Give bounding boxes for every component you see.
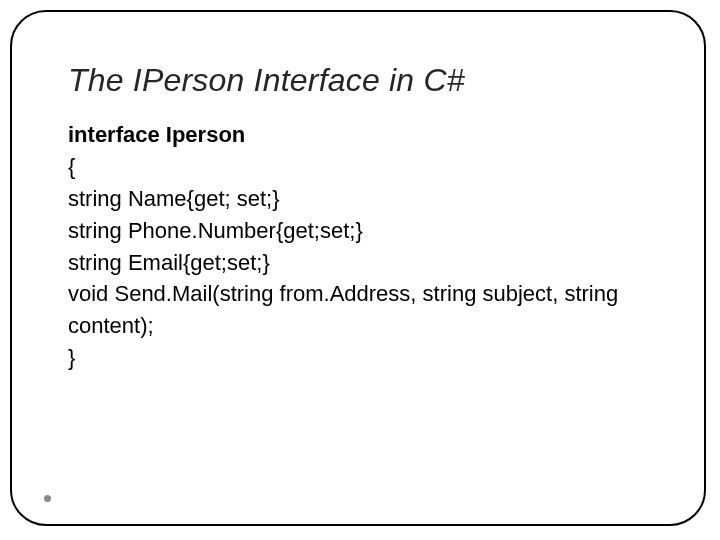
footer-bullet-icon <box>44 495 51 502</box>
code-line-name: string Name{get; set;} <box>68 183 656 215</box>
code-close-brace: } <box>68 342 656 374</box>
code-block: interface Iperson { string Name{get; set… <box>68 119 656 374</box>
code-line-email: string Email{get;set;} <box>68 247 656 279</box>
code-line-sendmail: void Send.Mail(string from.Address, stri… <box>68 278 656 342</box>
slide-title: The IPerson Interface in C# <box>68 62 656 99</box>
code-line-phone: string Phone.Number{get;set;} <box>68 215 656 247</box>
code-open-brace: { <box>68 151 656 183</box>
code-declaration: interface Iperson <box>68 119 656 151</box>
slide-frame: The IPerson Interface in C# interface Ip… <box>10 10 706 526</box>
